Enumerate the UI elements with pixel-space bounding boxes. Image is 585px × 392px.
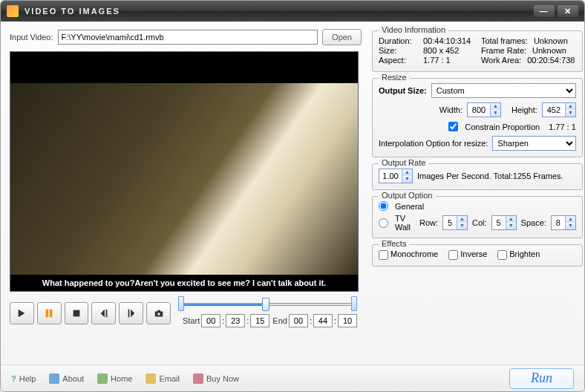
minimize-button[interactable]: — [534, 5, 555, 17]
pause-button[interactable] [37, 302, 62, 324]
stop-button[interactable] [65, 302, 89, 324]
end-mm[interactable] [313, 314, 333, 327]
video-frame [10, 83, 358, 275]
width-label: Width: [439, 105, 463, 114]
inverse-checkbox[interactable] [448, 250, 458, 260]
constrain-checkbox[interactable] [448, 122, 458, 131]
cart-icon [193, 373, 203, 384]
monochrome-checkbox[interactable] [379, 250, 388, 260]
prev-frame-button[interactable] [91, 302, 116, 324]
input-video-path[interactable] [58, 30, 318, 45]
general-label: General [395, 202, 424, 211]
buy-link[interactable]: Buy Now [193, 373, 239, 384]
app-title: Video to Images [24, 7, 120, 16]
rate-spin[interactable]: ▲▼ [379, 169, 413, 183]
col-spin[interactable]: ▲▼ [491, 215, 517, 230]
start-ss[interactable] [250, 314, 269, 327]
col-label: Col: [472, 218, 487, 227]
output-option-group: Output Option General TV Wall Row: ▲▼ Co… [372, 196, 583, 238]
space-spin[interactable]: ▲▼ [551, 215, 576, 230]
end-hh[interactable] [289, 314, 308, 327]
app-icon [7, 5, 19, 17]
seek-slider[interactable] [178, 299, 357, 310]
output-size-select[interactable]: Custom [431, 83, 576, 98]
output-rate-legend: Output Rate [379, 158, 428, 167]
constrain-label: Constrain Proportion [465, 122, 540, 131]
width-spin[interactable]: ▲▼ [467, 102, 501, 117]
subtitle-text: What happened to you?Aren't you excited … [10, 275, 358, 291]
footer: ?Help About Home Email Buy Now Run [1, 365, 584, 391]
start-label: Start [183, 316, 200, 325]
end-label: End [272, 316, 287, 325]
video-preview: What happened to you?Aren't you excited … [10, 51, 359, 292]
tvwall-label: TV Wall [395, 214, 411, 232]
start-mm[interactable] [226, 314, 245, 327]
output-rate-group: Output Rate ▲▼ Images Per Second. Total:… [372, 163, 583, 190]
tvwall-radio[interactable] [379, 218, 388, 228]
interp-label: Interpolation Option for resize: [379, 139, 488, 148]
interp-select[interactable]: Sharpen [492, 136, 575, 151]
video-info-group: Video Information Duration:00:44:10:314 … [372, 30, 583, 72]
open-button[interactable]: Open [322, 29, 362, 45]
about-icon [49, 373, 59, 384]
close-button[interactable]: ✕ [558, 5, 578, 17]
email-icon [146, 373, 156, 384]
titlebar: Video to Images — ✕ [1, 1, 584, 22]
home-icon [97, 373, 108, 384]
effects-group: Effects Monochrome Inverse Brighten [372, 244, 583, 267]
space-label: Space: [521, 218, 546, 227]
row-spin[interactable]: ▲▼ [442, 215, 468, 230]
snapshot-button[interactable] [146, 302, 171, 324]
input-video-label: Input Video: [10, 33, 53, 42]
about-link[interactable]: About [49, 373, 84, 384]
email-link[interactable]: Email [146, 373, 180, 384]
play-button[interactable] [10, 302, 34, 324]
height-label: Height: [512, 105, 537, 114]
resize-group: Resize Output Size: Custom Width: ▲▼ Hei… [372, 78, 583, 157]
row-label: Row: [419, 218, 438, 227]
rate-tail: Images Per Second. Total:1255 Frames. [417, 172, 563, 180]
seek-thumb[interactable] [262, 298, 269, 311]
general-radio[interactable] [379, 201, 388, 211]
brighten-checkbox[interactable] [497, 250, 507, 260]
app-window: Video to Images — ✕ Input Video: Open Wh… [0, 0, 585, 392]
run-button[interactable]: Run [509, 368, 574, 389]
next-frame-button[interactable] [119, 302, 143, 324]
height-spin[interactable]: ▲▼ [542, 102, 576, 117]
output-size-label: Output Size: [379, 86, 427, 95]
end-ss[interactable] [338, 314, 357, 327]
help-link[interactable]: ?Help [11, 374, 36, 383]
effects-legend: Effects [379, 239, 409, 248]
video-info-legend: Video Information [379, 25, 448, 34]
constrain-ratio: 1.77 : 1 [549, 122, 576, 131]
resize-legend: Resize [379, 73, 410, 82]
start-hh[interactable] [201, 314, 220, 327]
output-option-legend: Output Option [379, 191, 436, 200]
home-link[interactable]: Home [97, 373, 132, 384]
